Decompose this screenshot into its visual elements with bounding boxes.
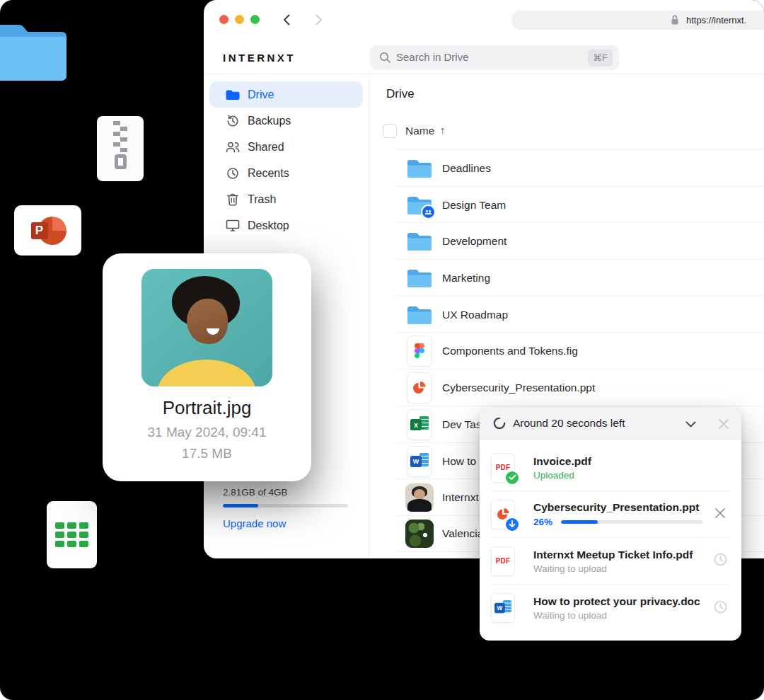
search-input[interactable]: Search in Drive ⌘F	[370, 45, 619, 70]
url-text: https://internxt.	[686, 15, 746, 25]
upload-file-name: How to protect your privacy.doc	[533, 595, 713, 608]
storage-usage-label: 2.81GB of 4GB	[223, 487, 350, 498]
powerpoint-logo-icon: P	[31, 217, 65, 245]
desktop-folder-icon[interactable]	[0, 20, 68, 85]
sidebar-item-backups[interactable]: Backups	[209, 108, 363, 134]
file-name: Internxt	[442, 491, 479, 504]
image-thumbnail	[405, 520, 434, 548]
word-file-icon: W	[407, 446, 432, 477]
zipper-pull	[115, 154, 127, 169]
upload-item: Cybersecurity_Presentation.ppt 26%	[491, 491, 730, 538]
folder-icon	[405, 304, 434, 325]
portrait-image	[141, 269, 272, 386]
close-window-button[interactable]	[219, 15, 228, 24]
file-name: Marketing	[442, 272, 490, 285]
file-name: Design Team	[442, 199, 506, 212]
upload-file-name: Internxt Meetup Ticket Info.pdf	[533, 549, 713, 561]
image-thumbnail	[405, 483, 434, 512]
desktop-zip-file-icon[interactable]	[97, 116, 144, 181]
clock-icon	[225, 166, 241, 181]
upload-status: Waiting to upload	[533, 610, 713, 621]
file-row[interactable]: Marketing	[395, 259, 764, 296]
file-name: UX Roadmap	[442, 309, 508, 321]
sidebar-item-label: Desktop	[248, 219, 289, 232]
page-title: Drive	[386, 87, 415, 101]
zoom-window-button[interactable]	[250, 15, 260, 24]
desktop-powerpoint-file-icon[interactable]: P	[14, 205, 81, 256]
sidebar-item-drive[interactable]: Drive	[209, 81, 363, 108]
sidebar-item-recents[interactable]: Recents	[209, 160, 363, 186]
file-name: Development	[442, 235, 507, 248]
sidebar-item-desktop[interactable]: Desktop	[209, 212, 363, 239]
select-all-checkbox[interactable]	[383, 124, 397, 138]
upload-progress-popup: Around 20 seconds left PDF Invoice.pdf U…	[480, 408, 741, 641]
sidebar-item-label: Trash	[248, 193, 276, 206]
shared-badge-icon	[421, 205, 436, 219]
lock-icon	[671, 15, 679, 28]
search-shortcut-badge: ⌘F	[588, 49, 613, 67]
upload-status: Waiting to upload	[533, 563, 713, 574]
excel-file-icon: x	[407, 409, 432, 440]
file-row[interactable]: Cybersecurity_Presentation.ppt	[395, 369, 764, 406]
preview-filename: Portrait.jpg	[103, 397, 311, 419]
sidebar-item-trash[interactable]: Trash	[209, 186, 363, 212]
waiting-clock-icon	[713, 599, 729, 617]
desktop-background: P https://internxt. INTERNXT	[0, 0, 764, 700]
file-name: Deadlines	[442, 162, 491, 175]
minimize-window-button[interactable]	[235, 15, 244, 24]
internxt-logo: INTERNXT	[223, 52, 296, 64]
upload-percent: 26%	[533, 517, 552, 527]
file-name: Valencia	[442, 527, 483, 540]
history-icon	[225, 113, 241, 129]
back-button[interactable]	[280, 13, 294, 27]
file-preview-card: Portrait.jpg 31 May 2024, 09:41 17.5 MB	[103, 253, 311, 481]
pdf-file-icon: PDF	[491, 546, 515, 576]
upload-item: PDF Internxt Meetup Ticket Info.pdf Wait…	[491, 538, 730, 585]
spreadsheet-grid-icon	[55, 522, 88, 547]
folder-icon	[405, 268, 434, 288]
upgrade-now-link[interactable]: Upgrade now	[223, 517, 350, 529]
folder-icon	[405, 158, 434, 178]
waiting-clock-icon	[713, 552, 729, 570]
file-row[interactable]: Deadlines	[395, 149, 764, 186]
figma-file-icon	[407, 335, 432, 367]
file-row[interactable]: Design Team	[395, 186, 764, 223]
sidebar-divider	[369, 74, 369, 558]
upload-time-remaining: Around 20 seconds left	[513, 417, 625, 430]
sidebar-item-label: Backups	[248, 115, 291, 127]
file-name: How to	[442, 455, 476, 468]
header-divider	[204, 74, 764, 74]
sidebar-item-label: Recents	[248, 167, 289, 180]
folder-icon	[225, 87, 241, 103]
check-badge-icon	[504, 470, 520, 486]
file-row[interactable]: Development	[395, 222, 764, 259]
desktop-spreadsheet-file-icon[interactable]	[47, 501, 97, 568]
word-file-icon: W	[491, 593, 515, 623]
trash-icon	[225, 192, 241, 207]
pdf-file-icon: PDF	[491, 453, 515, 483]
forward-button[interactable]	[311, 13, 325, 27]
search-icon	[379, 52, 391, 67]
file-row[interactable]: UX Roadmap	[395, 296, 764, 333]
storage-progress-track	[223, 504, 348, 507]
address-bar[interactable]: https://internxt.	[511, 11, 764, 30]
storage-progress-fill	[223, 504, 258, 507]
column-header-name[interactable]: Name	[405, 125, 434, 137]
file-name: Components and Tokens.fig	[442, 345, 578, 357]
upload-file-name: Cybersecurity_Presentation.ppt	[533, 501, 713, 514]
people-icon	[225, 139, 241, 155]
sidebar-item-shared[interactable]: Shared	[209, 134, 363, 160]
upload-file-name: Invoice.pdf	[533, 455, 730, 468]
cancel-upload-icon[interactable]	[713, 506, 729, 523]
sort-ascending-arrow[interactable]: ↑	[440, 124, 446, 136]
preview-date: 31 May 2024, 09:41	[103, 425, 311, 440]
uploading-badge-icon	[504, 517, 520, 532]
sidebar-item-label: Shared	[248, 141, 284, 154]
file-row[interactable]: Components and Tokens.fig	[395, 332, 764, 369]
close-popup-icon[interactable]	[717, 417, 731, 434]
powerpoint-file-icon	[491, 500, 515, 529]
sidebar-item-label: Drive	[248, 88, 274, 101]
upload-progress-track	[561, 520, 702, 524]
chevron-down-icon[interactable]	[683, 417, 698, 435]
upload-popup-header: Around 20 seconds left	[480, 408, 741, 440]
